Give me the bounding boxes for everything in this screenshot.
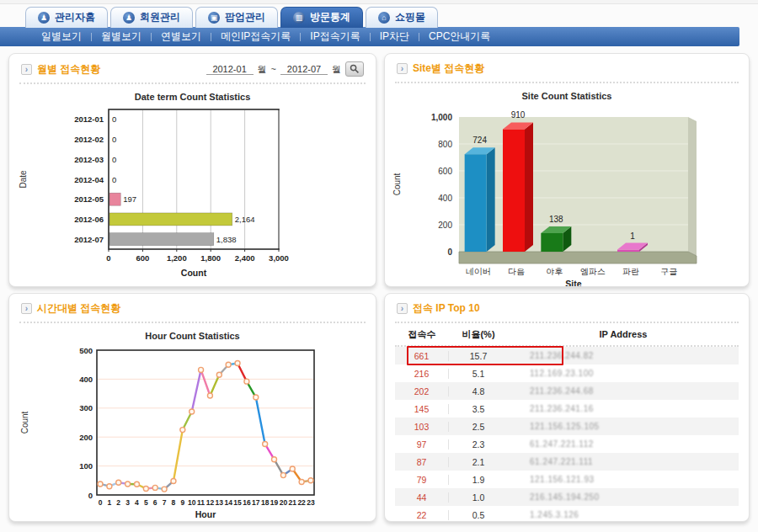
tab-2[interactable]: ♟회원관리: [110, 7, 193, 28]
svg-text:3: 3: [125, 498, 130, 507]
svg-text:600: 600: [136, 253, 149, 263]
header-ip: IP Address: [508, 329, 739, 339]
svg-text:다음: 다음: [508, 267, 525, 276]
tab-3[interactable]: ▣팝업관리: [195, 7, 278, 28]
panel-site-access: › Site별 접속현황 Site Count Statistics 02004…: [384, 53, 750, 287]
nav-item-3[interactable]: 연별보기: [152, 29, 211, 44]
header-count: 접속수: [395, 328, 449, 341]
chart-title: Hour Count Statistics: [9, 323, 376, 343]
svg-text:구글: 구글: [660, 267, 677, 276]
nav-item-7[interactable]: CPC안내기록: [419, 29, 499, 44]
ratio-cell: 4.8: [449, 386, 508, 396]
ip-row-7: 872.161.247.221.111: [395, 453, 739, 471]
bullet-icon: ›: [397, 63, 408, 74]
ip-row-4: 1453.5211.236.241.16: [395, 400, 739, 418]
svg-text:16: 16: [243, 498, 251, 507]
svg-text:Count: Count: [20, 411, 29, 434]
ratio-cell: 0.5: [449, 510, 508, 520]
tab-label: 관리자홈: [55, 10, 95, 24]
tab-1[interactable]: ♟관리자홈: [25, 7, 108, 28]
svg-text:800: 800: [438, 140, 452, 149]
ip-row-2: 2165.1112.169.23.100: [395, 364, 739, 382]
svg-text:Count: Count: [180, 268, 206, 278]
svg-text:197: 197: [123, 194, 136, 204]
svg-text:18: 18: [260, 498, 269, 507]
svg-text:6: 6: [152, 498, 157, 507]
svg-text:4: 4: [135, 498, 139, 507]
ratio-cell: 5.1: [449, 369, 508, 379]
svg-text:100: 100: [79, 461, 93, 471]
svg-text:13: 13: [215, 498, 223, 507]
svg-text:14: 14: [224, 498, 232, 507]
svg-text:3,000: 3,000: [269, 253, 289, 263]
ip-cell: 112.169.23.100: [508, 369, 739, 378]
ip-cell: 61.247.221.112: [508, 439, 739, 449]
ip-cell: 121.156.121.93: [508, 475, 739, 484]
count-cell: 202: [395, 386, 449, 396]
svg-text:22: 22: [297, 498, 306, 507]
main-tab-bar: ♟관리자홈♟회원관리▣팝업관리▥방문통계⌂쇼핑몰: [25, 7, 438, 28]
svg-text:19: 19: [270, 498, 278, 507]
ratio-cell: 15.7: [449, 351, 508, 361]
date-to-input[interactable]: [280, 64, 328, 75]
tab-5[interactable]: ⌂쇼핑몰: [366, 7, 438, 28]
tab-4[interactable]: ▥방문통계: [280, 7, 363, 28]
ip-cell: 1.245.3.126: [508, 510, 739, 519]
ip-cell: 121.156.125.105: [508, 422, 739, 431]
ratio-cell: 3.5: [449, 404, 508, 414]
svg-text:1,838: 1,838: [216, 235, 236, 244]
svg-text:5: 5: [143, 498, 147, 507]
svg-text:1,200: 1,200: [166, 253, 186, 263]
nav-item-2[interactable]: 월별보기: [92, 29, 151, 44]
ratio-cell: 1.9: [449, 475, 508, 485]
ip-table-body: 66115.7211.236.244.822165.1112.169.23.10…: [395, 347, 739, 522]
ip-row-8: 791.9121.156.121.93: [395, 471, 739, 488]
bullet-icon: ›: [397, 303, 408, 314]
panel-ip-top10: › 접속 IP Top 10 접속수 비율(%) IP Address 6611…: [384, 293, 750, 522]
search-button[interactable]: [345, 61, 364, 77]
sub-nav-bar: 일별보기월별보기연별보기메인IP접속기록IP접속기록IP차단CPC안내기록: [0, 27, 739, 46]
count-cell: 87: [395, 457, 449, 467]
svg-text:파란: 파란: [622, 267, 639, 276]
visit-statistics-icon: ▥: [293, 12, 305, 24]
svg-text:1,800: 1,800: [200, 253, 221, 263]
svg-text:네이버: 네이버: [466, 267, 491, 276]
tab-label: 방문통계: [310, 10, 350, 24]
chart-title: Site Count Statistics: [385, 83, 749, 104]
member-management-icon: ♟: [123, 12, 135, 24]
search-icon: [350, 64, 360, 74]
chart-title: Date term Count Statistics: [9, 84, 376, 104]
svg-text:Count: Count: [392, 173, 402, 195]
svg-text:2012-02: 2012-02: [74, 135, 104, 144]
nav-item-1[interactable]: 일별보기: [32, 29, 91, 44]
bullet-icon: ›: [21, 64, 32, 75]
panel-title: 월별 접속현황: [37, 62, 100, 77]
admin-home-icon: ♟: [38, 12, 50, 24]
count-cell: 22: [395, 510, 449, 520]
svg-text:0: 0: [447, 247, 452, 257]
ratio-cell: 2.5: [449, 422, 508, 432]
date-term-bar-chart: 2012-0102012-0202012-0302012-0402012-051…: [14, 104, 371, 287]
header-ratio: 비율(%): [449, 328, 508, 341]
tab-label: 회원관리: [140, 10, 180, 24]
tab-label: 팝업관리: [225, 10, 265, 24]
date-from-input[interactable]: [206, 64, 254, 75]
svg-text:9: 9: [180, 498, 184, 507]
ip-cell: 211.236.241.16: [508, 404, 739, 413]
nav-item-5[interactable]: IP접속기록: [301, 29, 369, 44]
popup-management-icon: ▣: [208, 12, 220, 24]
nav-item-6[interactable]: IP차단: [371, 29, 419, 44]
svg-text:0: 0: [112, 175, 116, 184]
ratio-cell: 2.3: [449, 439, 508, 450]
panel-hourly-access: › 시간대별 접속현황 Hour Count Statistics 010020…: [8, 293, 376, 522]
svg-text:0: 0: [106, 253, 110, 263]
svg-text:1: 1: [107, 498, 111, 507]
svg-text:0: 0: [112, 155, 116, 164]
ip-row-6: 972.361.247.221.112: [395, 435, 739, 453]
panel-header: › 월별 접속현황 월 ~ 월: [9, 54, 376, 82]
count-cell: 661: [395, 351, 449, 361]
svg-text:23: 23: [307, 498, 315, 507]
nav-item-4[interactable]: 메인IP접속기록: [211, 29, 300, 44]
svg-text:300: 300: [79, 403, 93, 412]
svg-text:138: 138: [549, 215, 563, 224]
